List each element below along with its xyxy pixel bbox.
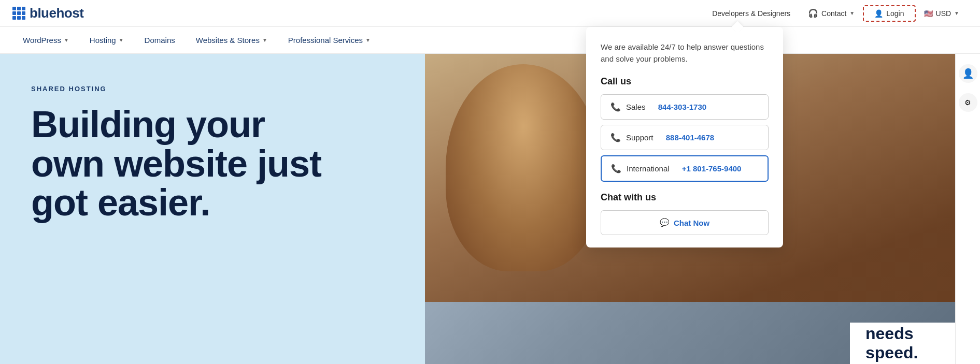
- headset-icon: 🎧: [808, 8, 818, 18]
- sales-phone-button[interactable]: 📞 Sales 844-303-1730: [601, 94, 769, 120]
- logo-area[interactable]: bluehost: [12, 5, 83, 21]
- dropdown-subtitle: We are available 24/7 to help answer que…: [601, 41, 769, 65]
- support-label: Support: [626, 133, 654, 142]
- chevron-down-icon: ▼: [849, 10, 855, 16]
- call-us-title: Call us: [601, 76, 769, 87]
- international-phone-button[interactable]: 📞 International +1 801-765-9400: [601, 155, 769, 182]
- flag-icon: 🇺🇸: [924, 9, 933, 18]
- contact-button[interactable]: 🎧 Contact ▼: [800, 4, 863, 22]
- main-area: SHARED HOSTING Building your own website…: [0, 54, 980, 364]
- sidebar-person-icon[interactable]: 👤: [959, 64, 977, 83]
- sidebar-settings-icon[interactable]: ⚙: [959, 93, 977, 112]
- chevron-down-icon: ▼: [262, 37, 267, 43]
- nav-bar: WordPress ▼ Hosting ▼ Domains Websites &…: [0, 27, 980, 54]
- login-button[interactable]: 👤 Login: [863, 5, 915, 22]
- sales-label: Sales: [626, 103, 646, 111]
- developers-designers-nav[interactable]: Developers & Designers: [703, 5, 800, 22]
- phone-icon: 📞: [610, 133, 621, 142]
- contact-dropdown: We are available 24/7 to help answer que…: [586, 27, 783, 247]
- user-icon: 👤: [874, 9, 883, 18]
- currency-button[interactable]: 🇺🇸 USD ▼: [916, 5, 968, 22]
- logo-grid-icon: [12, 7, 25, 20]
- right-sidebar: 👤 ⚙: [955, 54, 980, 364]
- logo-text: bluehost: [30, 5, 83, 21]
- chevron-down-icon: ▼: [119, 37, 124, 43]
- nav-item-domains[interactable]: Domains: [134, 27, 186, 54]
- sales-number: 844-303-1730: [658, 103, 706, 111]
- nav-item-wordpress[interactable]: WordPress ▼: [12, 27, 79, 54]
- chevron-down-icon: ▼: [954, 10, 959, 16]
- person-silhouette: [446, 64, 601, 271]
- hero-left: SHARED HOSTING Building your own website…: [0, 54, 425, 364]
- chat-icon: 💬: [660, 218, 670, 227]
- chevron-down-icon: ▼: [64, 37, 69, 43]
- phone-icon: 📞: [611, 164, 621, 173]
- header-top: bluehost Developers & Designers 🎧 Contac…: [0, 0, 980, 27]
- needs-speed-text: needs speed.: [865, 324, 964, 362]
- nav-item-hosting[interactable]: Hosting ▼: [79, 27, 134, 54]
- international-label: International: [627, 164, 670, 173]
- nav-item-websites-stores[interactable]: Websites & Stores ▼: [186, 27, 278, 54]
- phone-icon: 📞: [610, 102, 621, 112]
- hero-title: Building your own website just got easie…: [31, 105, 394, 223]
- chat-with-us-title: Chat with us: [601, 192, 769, 203]
- header-right: Developers & Designers 🎧 Contact ▼ 👤 Log…: [703, 4, 968, 22]
- chat-now-button[interactable]: 💬 Chat Now: [601, 210, 769, 235]
- support-number: 888-401-4678: [666, 133, 714, 142]
- international-number: +1 801-765-9400: [682, 164, 742, 173]
- support-phone-button[interactable]: 📞 Support 888-401-4678: [601, 125, 769, 150]
- chevron-down-icon: ▼: [365, 37, 371, 43]
- nav-item-professional-services[interactable]: Professional Services ▼: [278, 27, 381, 54]
- eyebrow-label: SHARED HOSTING: [31, 85, 394, 93]
